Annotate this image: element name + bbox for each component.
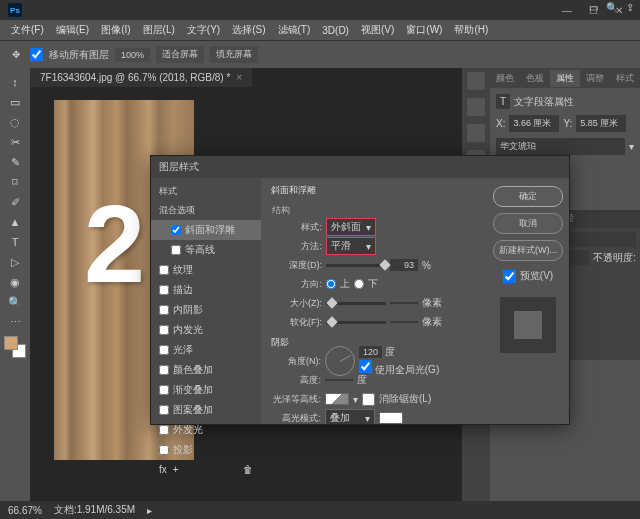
menu-选择(S)[interactable]: 选择(S): [227, 21, 270, 39]
method-select[interactable]: 平滑▾: [326, 237, 376, 255]
menu-帮助(H)[interactable]: 帮助(H): [449, 21, 493, 39]
blending-options[interactable]: 混合选项: [151, 201, 261, 220]
highlight-mode-select[interactable]: 叠加▾: [325, 409, 375, 424]
direction-up[interactable]: [326, 279, 336, 289]
zoom-field[interactable]: 100%: [115, 48, 150, 62]
soften-slider[interactable]: [326, 321, 386, 324]
menu-文字(Y)[interactable]: 文字(Y): [182, 21, 225, 39]
tool-preset-icon[interactable]: ✥: [8, 47, 24, 63]
panel-tab-颜色[interactable]: 颜色: [490, 70, 520, 87]
depth-value[interactable]: 93: [390, 259, 418, 271]
font-dropdown-icon[interactable]: ▾: [629, 141, 634, 152]
document-tab[interactable]: 7F16343604.jpg @ 66.7% (2018, RGB/8) * ×: [30, 68, 252, 87]
panel-tab-色板[interactable]: 色板: [520, 70, 550, 87]
fx-item-0[interactable]: 斜面和浮雕: [151, 220, 261, 240]
tool-10[interactable]: ◉: [3, 272, 27, 292]
fx-item-2[interactable]: 纹理: [151, 260, 261, 280]
minimize-button[interactable]: —: [554, 2, 580, 18]
fx-checkbox-3[interactable]: [159, 285, 169, 295]
tool-7[interactable]: ▲: [3, 212, 27, 232]
panel-tab-样式[interactable]: 样式: [610, 70, 640, 87]
menu-滤镜(T)[interactable]: 滤镜(T): [273, 21, 316, 39]
fx-checkbox-0[interactable]: [171, 225, 181, 235]
fx-item-6[interactable]: 光泽: [151, 340, 261, 360]
depth-slider[interactable]: [326, 264, 386, 267]
ok-button[interactable]: 确定: [493, 186, 563, 207]
menu-图层(L)[interactable]: 图层(L): [138, 21, 180, 39]
new-style-button[interactable]: 新建样式(W)...: [493, 240, 563, 261]
tool-0[interactable]: ↕: [3, 72, 27, 92]
size-value[interactable]: [390, 302, 418, 304]
menu-编辑(E)[interactable]: 编辑(E): [51, 21, 94, 39]
fx-item-8[interactable]: 渐变叠加: [151, 380, 261, 400]
menu-3D(D)[interactable]: 3D(D): [317, 23, 354, 38]
fx-checkbox-6[interactable]: [159, 345, 169, 355]
style-select[interactable]: 外斜面▾: [326, 218, 376, 236]
tool-2[interactable]: ◌: [3, 112, 27, 132]
fx-item-4[interactable]: 内阴影: [151, 300, 261, 320]
fx-checkbox-9[interactable]: [159, 405, 169, 415]
gloss-contour[interactable]: [325, 393, 349, 405]
fx-item-10[interactable]: 外发光: [151, 420, 261, 440]
panel-tab-属性[interactable]: 属性: [550, 70, 580, 87]
tool-6[interactable]: ✐: [3, 192, 27, 212]
fx-checkbox-10[interactable]: [159, 425, 169, 435]
global-light-checkbox[interactable]: [359, 360, 372, 373]
preview-checkbox[interactable]: [503, 270, 516, 283]
antialias-checkbox[interactable]: [362, 393, 375, 406]
close-tab-icon[interactable]: ×: [236, 72, 242, 83]
panel-tab-调整[interactable]: 调整: [580, 70, 610, 87]
fx-item-7[interactable]: 颜色叠加: [151, 360, 261, 380]
fx-trash-icon[interactable]: 🗑: [243, 464, 253, 475]
tool-11[interactable]: 🔍: [3, 292, 27, 312]
tool-5[interactable]: ⌑: [3, 172, 27, 192]
auto-select-checkbox[interactable]: [30, 48, 43, 61]
fx-checkbox-4[interactable]: [159, 305, 169, 315]
fx-checkbox-8[interactable]: [159, 385, 169, 395]
size-slider[interactable]: [326, 302, 386, 305]
menu-图像(I)[interactable]: 图像(I): [96, 21, 135, 39]
tool-12[interactable]: ⋯: [3, 312, 27, 332]
fit-dropdown[interactable]: 适合屏幕: [156, 46, 204, 63]
fx-checkbox-7[interactable]: [159, 365, 169, 375]
panel-icon-3[interactable]: [467, 124, 485, 142]
angle-value[interactable]: 120: [359, 346, 382, 358]
angle-dial[interactable]: [325, 346, 355, 376]
tool-8[interactable]: T: [3, 232, 27, 252]
fx-item-1[interactable]: 等高线: [151, 240, 261, 260]
tool-1[interactable]: ▭: [3, 92, 27, 112]
color-swatch[interactable]: [4, 336, 26, 358]
menu-文件(F)[interactable]: 文件(F): [6, 21, 49, 39]
fx-checkbox-11[interactable]: [159, 445, 169, 455]
fx-item-3[interactable]: 描边: [151, 280, 261, 300]
tool-4[interactable]: ✎: [3, 152, 27, 172]
fx-checkbox-2[interactable]: [159, 265, 169, 275]
highlight-color[interactable]: [379, 412, 403, 424]
workspace-icon[interactable]: ▭: [589, 2, 598, 13]
share-icon[interactable]: ⇪: [626, 2, 634, 13]
fill-screen[interactable]: 填充屏幕: [210, 46, 258, 63]
zoom-status[interactable]: 66.67%: [8, 505, 42, 516]
fx-add-icon[interactable]: +: [173, 464, 179, 475]
cancel-button[interactable]: 取消: [493, 213, 563, 234]
soften-value[interactable]: [390, 321, 418, 323]
tool-3[interactable]: ✂: [3, 132, 27, 152]
menu-视图(V)[interactable]: 视图(V): [356, 21, 399, 39]
panel-icon-1[interactable]: [467, 72, 485, 90]
altitude-value[interactable]: [325, 379, 353, 381]
info-arrow-icon[interactable]: ▸: [147, 505, 152, 516]
fx-checkbox-5[interactable]: [159, 325, 169, 335]
menu-窗口(W)[interactable]: 窗口(W): [401, 21, 447, 39]
fx-item-5[interactable]: 内发光: [151, 320, 261, 340]
panel-icon-2[interactable]: [467, 98, 485, 116]
x-input[interactable]: 3.66 厘米: [509, 115, 559, 132]
fx-item-9[interactable]: 图案叠加: [151, 400, 261, 420]
fx-checkbox-1[interactable]: [171, 245, 181, 255]
styles-header[interactable]: 样式: [151, 182, 261, 201]
fx-item-11[interactable]: 投影: [151, 440, 261, 460]
search-icon[interactable]: 🔍: [606, 2, 618, 13]
font-select[interactable]: 华文琥珀: [496, 138, 625, 155]
direction-down[interactable]: [354, 279, 364, 289]
y-input[interactable]: 5.85 厘米: [576, 115, 626, 132]
tool-9[interactable]: ▷: [3, 252, 27, 272]
